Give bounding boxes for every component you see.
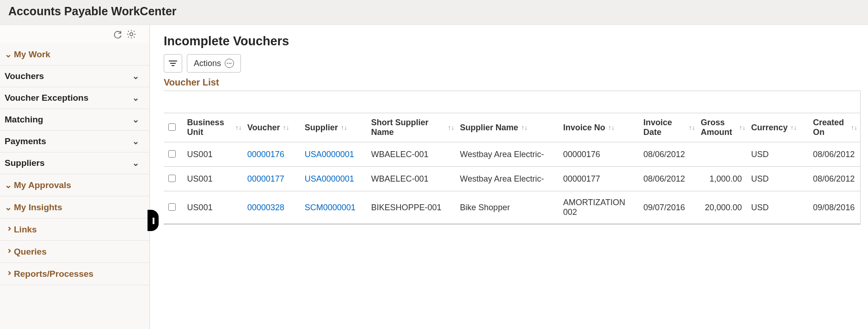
chevron-down-icon: ⌄ bbox=[5, 180, 12, 190]
chevron-down-icon: ⌄ bbox=[132, 136, 145, 146]
cell-invoice-no: AMORTIZATION 002 bbox=[560, 191, 641, 224]
col-invoice-no[interactable]: Invoice No↑↓ bbox=[560, 113, 641, 142]
nav-header-links[interactable]: ⌄ Links bbox=[0, 219, 149, 240]
select-all-checkbox[interactable] bbox=[168, 123, 176, 131]
sidebar-item-matching[interactable]: Matching ⌄ bbox=[0, 109, 149, 130]
chevron-right-icon: ⌄ bbox=[2, 225, 13, 232]
col-gross-amount[interactable]: Gross Amount↑↓ bbox=[698, 113, 748, 142]
row-checkbox[interactable] bbox=[168, 175, 176, 182]
table-header-row: Business Unit↑↓ Voucher↑↓ Supplier↑↓ Sho… bbox=[164, 113, 860, 142]
cell-gross-amount: 20,000.00 bbox=[698, 191, 748, 224]
sort-icon: ↑↓ bbox=[235, 124, 242, 131]
cell-created-on: 09/08/2016 bbox=[810, 191, 860, 224]
cell-created-on: 08/06/2012 bbox=[810, 167, 860, 191]
sort-icon: ↑↓ bbox=[608, 124, 615, 131]
row-checkbox[interactable] bbox=[168, 203, 176, 211]
cell-currency: USD bbox=[748, 167, 810, 191]
actions-button[interactable]: Actions ••• bbox=[187, 54, 241, 73]
col-business-unit[interactable]: Business Unit↑↓ bbox=[185, 113, 245, 142]
cell-invoice-date: 08/06/2012 bbox=[640, 142, 698, 167]
nav-section-my-insights: ⌄ My Insights bbox=[0, 196, 149, 219]
nav-header-queries[interactable]: ⌄ Queries bbox=[0, 241, 149, 262]
row-select[interactable] bbox=[164, 191, 185, 224]
cell-business-unit: US001 bbox=[185, 191, 245, 224]
page-header-title: Accounts Payable WorkCenter bbox=[8, 5, 860, 18]
col-short-supplier[interactable]: Short Supplier Name↑↓ bbox=[368, 113, 457, 142]
cell-voucher[interactable]: 00000177 bbox=[245, 167, 302, 191]
cell-voucher[interactable]: 00000176 bbox=[245, 142, 302, 167]
main-content: Incomplete Vouchers Actions ••• Voucher … bbox=[150, 25, 868, 329]
sort-icon: ↑↓ bbox=[851, 124, 857, 131]
row-select[interactable] bbox=[164, 167, 185, 191]
cell-supplier-name: Westbay Area Electric- bbox=[457, 167, 560, 191]
nav-section-reports: ⌄ Reports/Processes bbox=[0, 263, 149, 285]
nav-header-reports[interactable]: ⌄ Reports/Processes bbox=[0, 263, 149, 285]
sidebar-item-suppliers[interactable]: Suppliers ⌄ bbox=[0, 152, 149, 174]
row-checkbox[interactable] bbox=[168, 150, 176, 158]
sidebar-item-payments[interactable]: Payments ⌄ bbox=[0, 130, 149, 152]
sidebar-tools bbox=[0, 25, 149, 43]
cell-short-supplier: BIKESHOPPE-001 bbox=[368, 191, 457, 224]
sidebar-item-voucher-exceptions[interactable]: Voucher Exceptions ⌄ bbox=[0, 87, 149, 109]
cell-supplier[interactable]: SCM0000001 bbox=[302, 191, 369, 224]
sort-icon: ↑↓ bbox=[283, 124, 289, 131]
col-created-on[interactable]: Created On↑↓ bbox=[810, 113, 860, 142]
cell-short-supplier: WBAELEC-001 bbox=[368, 142, 457, 167]
col-supplier-name[interactable]: Supplier Name↑↓ bbox=[457, 113, 560, 142]
table-header-spacer bbox=[164, 91, 860, 113]
gear-icon[interactable] bbox=[126, 29, 136, 39]
cell-supplier[interactable]: USA0000001 bbox=[302, 142, 369, 167]
page-header: Accounts Payable WorkCenter bbox=[0, 0, 868, 25]
row-select[interactable] bbox=[164, 142, 185, 167]
cell-invoice-date: 09/07/2016 bbox=[640, 191, 698, 224]
nav-header-my-work[interactable]: ⌄ My Work bbox=[0, 43, 149, 65]
chevron-right-icon: ⌄ bbox=[2, 269, 13, 277]
chevron-down-icon: ⌄ bbox=[132, 93, 145, 103]
sort-icon: ↑↓ bbox=[689, 124, 695, 131]
refresh-icon[interactable] bbox=[112, 29, 123, 39]
cell-supplier[interactable]: USA0000001 bbox=[302, 167, 369, 191]
supplier-link: SCM0000001 bbox=[305, 203, 356, 212]
chevron-right-icon: ⌄ bbox=[2, 247, 13, 255]
table-row: US00100000176USA0000001WBAELEC-001Westba… bbox=[164, 142, 860, 167]
cell-invoice-date: 08/06/2012 bbox=[640, 167, 698, 191]
nav-section-links: ⌄ Links bbox=[0, 219, 149, 241]
filter-icon bbox=[169, 61, 177, 61]
cell-created-on: 08/06/2012 bbox=[810, 142, 860, 167]
col-voucher[interactable]: Voucher↑↓ bbox=[245, 113, 302, 142]
page-title: Incomplete Vouchers bbox=[164, 34, 861, 49]
sidebar-item-label: Payments bbox=[5, 136, 46, 146]
voucher-link: 00000176 bbox=[247, 150, 284, 159]
sidebar-item-label: Suppliers bbox=[5, 158, 45, 168]
nav-header-label: Links bbox=[14, 225, 37, 235]
table-row: US00100000177USA0000001WBAELEC-001Westba… bbox=[164, 167, 860, 191]
collapse-icon: || bbox=[152, 217, 154, 224]
nav-header-label: Reports/Processes bbox=[14, 269, 93, 279]
col-supplier[interactable]: Supplier↑↓ bbox=[302, 113, 369, 142]
nav-header-label: My Work bbox=[14, 49, 50, 60]
cell-business-unit: US001 bbox=[185, 167, 245, 191]
sort-icon: ↑↓ bbox=[341, 124, 347, 131]
cell-invoice-no: 00000176 bbox=[560, 142, 641, 167]
chevron-down-icon: ⌄ bbox=[132, 115, 145, 125]
voucher-link: 00000177 bbox=[247, 174, 284, 183]
chevron-down-icon: ⌄ bbox=[132, 71, 145, 81]
cell-voucher[interactable]: 00000328 bbox=[245, 191, 302, 224]
actions-label: Actions bbox=[194, 59, 221, 68]
voucher-link: 00000328 bbox=[247, 203, 284, 212]
sort-icon: ↑↓ bbox=[739, 124, 745, 131]
supplier-link: USA0000001 bbox=[305, 174, 354, 183]
nav-header-my-insights[interactable]: ⌄ My Insights bbox=[0, 196, 149, 218]
filter-button[interactable] bbox=[164, 54, 182, 73]
more-icon: ••• bbox=[225, 59, 234, 68]
sidebar-collapse-handle[interactable]: || bbox=[148, 210, 159, 231]
col-select-all[interactable] bbox=[164, 113, 185, 142]
col-currency[interactable]: Currency↑↓ bbox=[748, 113, 810, 142]
sidebar-item-label: Voucher Exceptions bbox=[5, 93, 88, 103]
chevron-down-icon: ⌄ bbox=[5, 202, 12, 213]
sidebar-item-vouchers[interactable]: Vouchers ⌄ bbox=[0, 65, 149, 87]
voucher-table: Business Unit↑↓ Voucher↑↓ Supplier↑↓ Sho… bbox=[164, 91, 861, 225]
toolbar: Actions ••• bbox=[164, 54, 861, 73]
nav-header-my-approvals[interactable]: ⌄ My Approvals bbox=[0, 174, 149, 196]
col-invoice-date[interactable]: Invoice Date↑↓ bbox=[640, 113, 698, 142]
